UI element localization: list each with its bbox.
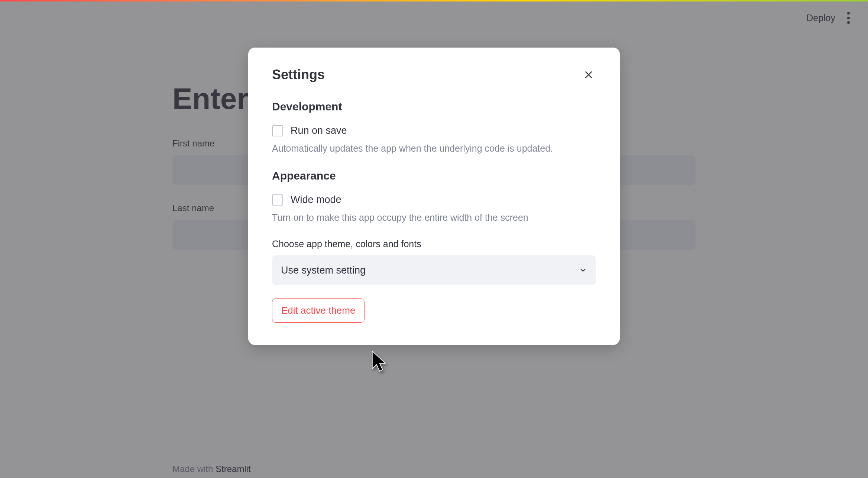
run-on-save-help: Automatically updates the app when the u… [272, 143, 596, 154]
chevron-down-icon [579, 266, 587, 274]
run-on-save-row: Run on save [272, 125, 596, 136]
wide-mode-checkbox[interactable] [272, 194, 283, 206]
close-button[interactable] [581, 67, 596, 82]
modal-header: Settings [272, 67, 596, 83]
wide-mode-label: Wide mode [291, 194, 341, 206]
development-heading: Development [272, 100, 596, 113]
theme-select-value: Use system setting [281, 265, 366, 276]
appearance-heading: Appearance [272, 169, 596, 182]
wide-mode-row: Wide mode [272, 194, 596, 206]
modal-title: Settings [272, 67, 325, 83]
run-on-save-checkbox[interactable] [272, 125, 283, 136]
run-on-save-label: Run on save [291, 125, 347, 136]
theme-select-wrapper: Use system setting [272, 255, 596, 285]
theme-chooser-label: Choose app theme, colors and fonts [272, 239, 596, 249]
theme-select[interactable]: Use system setting [272, 255, 596, 285]
settings-modal: Settings Development Run on save Automat… [248, 48, 620, 345]
close-icon [584, 70, 593, 80]
edit-active-theme-button[interactable]: Edit active theme [272, 298, 365, 323]
wide-mode-help: Turn on to make this app occupy the enti… [272, 212, 596, 223]
